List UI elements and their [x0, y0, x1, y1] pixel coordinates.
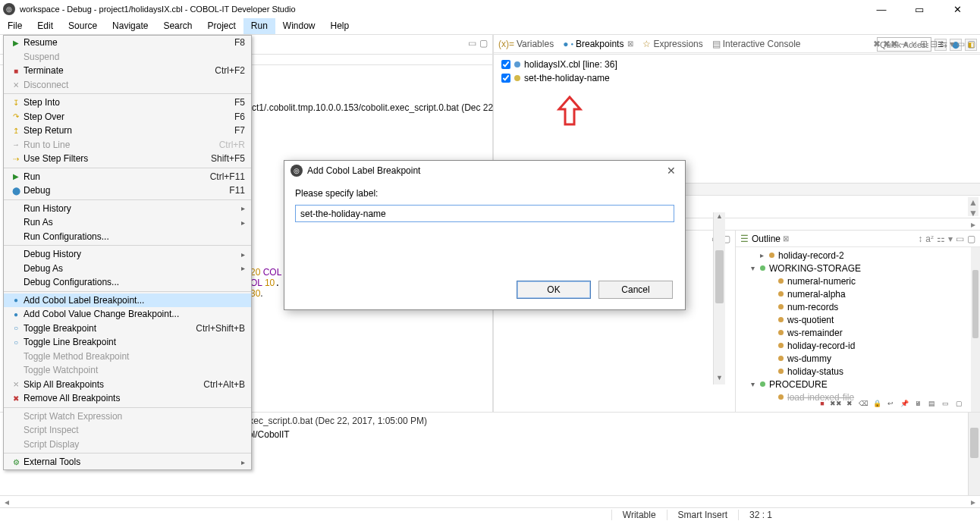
run-menu-item[interactable]: ✖Remove All Breakpoints: [4, 391, 251, 406]
status-writable: Writable: [611, 510, 667, 520]
console-remove-icon[interactable]: ✖: [843, 397, 856, 410]
outline-item[interactable]: numeral-alpha: [736, 287, 980, 300]
titlebar: ◎ workspace - Debug - project1/holidaysI…: [0, 0, 980, 18]
menu-run[interactable]: Run: [243, 18, 275, 34]
maximize-view-icon[interactable]: ▢: [479, 38, 488, 49]
bp-goto-icon[interactable]: ⇥: [900, 39, 908, 49]
menu-search[interactable]: Search: [155, 18, 199, 34]
scroll-right-icon[interactable]: ▸: [971, 219, 975, 230]
bp-removeall-icon[interactable]: ✖✖: [883, 39, 898, 49]
vertical-scrollbar[interactable]: ▲ ▼: [713, 212, 725, 384]
run-menu-item[interactable]: ↥Step ReturnF7: [4, 124, 251, 138]
outline-item[interactable]: holiday-status: [736, 365, 980, 378]
console-stop-icon[interactable]: ■: [816, 397, 828, 410]
ok-button[interactable]: OK: [517, 281, 591, 299]
bp-remove-icon[interactable]: ✖: [873, 39, 881, 49]
bp-min-icon[interactable]: ▭: [956, 39, 965, 49]
outline-item[interactable]: ws-remainder: [736, 326, 980, 339]
breakpoint-checkbox[interactable]: [501, 74, 510, 83]
breakpoint-checkbox[interactable]: [501, 60, 510, 69]
run-menu-item[interactable]: ●Add Cobol Label Breakpoint...: [4, 293, 251, 308]
bp-expand-icon[interactable]: ⊞: [920, 39, 928, 49]
breakpoint-item[interactable]: holidaysIX.cbl [line: 36]: [501, 58, 972, 71]
outline-az-icon[interactable]: aᶻ: [925, 234, 934, 244]
run-menu-item[interactable]: Run History▸: [4, 202, 251, 216]
console-pin-icon[interactable]: 📌: [898, 397, 910, 410]
console-display-icon[interactable]: 🖥: [912, 397, 924, 410]
run-menu-item[interactable]: ↧Step IntoF5: [4, 96, 251, 110]
run-menu-item[interactable]: Debug History▸: [4, 247, 251, 262]
outline-item[interactable]: holiday-record-id: [736, 339, 980, 352]
run-menu-item[interactable]: ▶ResumeF8: [4, 36, 251, 50]
run-menu-item[interactable]: Debug Configurations...: [4, 275, 251, 290]
outline-sort-icon[interactable]: ↕: [918, 234, 922, 244]
bp-skip-icon[interactable]: ⤫: [910, 39, 918, 49]
run-menu-item[interactable]: Debug As▸: [4, 262, 251, 276]
run-menu-item[interactable]: ↷Step OverF6: [4, 110, 251, 124]
outline-menu-icon[interactable]: ▾: [948, 234, 953, 244]
bp-collapse-icon[interactable]: ⊟: [930, 39, 938, 49]
run-menu-item[interactable]: ⇢Use Step FiltersShift+F5: [4, 152, 251, 166]
tab-variables[interactable]: (x)=Variables: [498, 39, 554, 49]
menu-window[interactable]: Window: [275, 18, 323, 34]
dialog-prompt: Please specify label:: [295, 188, 674, 199]
label-input[interactable]: [295, 205, 674, 222]
outline-item[interactable]: numeral-numeric: [736, 275, 980, 287]
breakpoint-item[interactable]: set-the-holiday-name: [501, 71, 972, 85]
run-menu-item[interactable]: ○Toggle Line Breakpoint: [4, 335, 251, 350]
outline-item[interactable]: ▾WORKING-STORAGE: [736, 262, 980, 275]
menu-navigate[interactable]: Navigate: [105, 18, 155, 34]
breakpoint-dot-icon: [514, 75, 520, 81]
run-menu-item[interactable]: ●Add Cobol Value Change Breakpoint...: [4, 307, 251, 322]
console-removeall-icon[interactable]: ✖✖: [830, 397, 842, 410]
bp-link-icon[interactable]: ⇆: [940, 39, 947, 49]
run-menu-item[interactable]: ⤫Skip All BreakpointsCtrl+Alt+B: [4, 378, 251, 392]
run-menu-item[interactable]: ⬤DebugF11: [4, 184, 251, 198]
tab-expressions[interactable]: ☆Expressions: [642, 39, 702, 49]
bp-menu-icon[interactable]: ▾: [950, 39, 954, 49]
close-button[interactable]: ✕: [947, 2, 968, 17]
console-clear-icon[interactable]: ⌫: [857, 397, 869, 410]
bp-max-icon[interactable]: ▢: [967, 39, 975, 49]
menu-edit[interactable]: Edit: [30, 18, 61, 34]
run-menu: ▶ResumeF8 Suspend■TerminateCtrl+F2⨯Disco…: [3, 35, 252, 470]
outline-min-icon[interactable]: ▭: [956, 234, 964, 244]
menu-help[interactable]: Help: [323, 18, 357, 34]
outline-item[interactable]: ws-quotient: [736, 313, 980, 326]
outline-item[interactable]: ▸holiday-record-2: [736, 249, 980, 262]
tab-breakpoints[interactable]: ●●Breakpoints⊠: [563, 39, 633, 49]
dialog-close-button[interactable]: ✕: [664, 165, 679, 177]
console-scroll-lock-icon[interactable]: 🔒: [871, 397, 883, 410]
outline-item[interactable]: ws-dummy: [736, 352, 980, 365]
window-title: workspace - Debug - project1/holidaysIX.…: [20, 5, 296, 14]
outline-filter-icon[interactable]: ⚏: [937, 234, 945, 244]
run-menu-item[interactable]: Run Configurations...: [4, 230, 251, 244]
console-wrap-icon[interactable]: ↩: [884, 397, 897, 410]
run-menu-item[interactable]: ⚙External Tools▸: [4, 455, 251, 469]
status-insert-mode: Smart Insert: [667, 510, 738, 520]
menu-file[interactable]: File: [0, 18, 30, 34]
horizontal-scrollbar[interactable]: ◂▸: [0, 495, 980, 507]
run-menu-item[interactable]: Run As▸: [4, 215, 251, 230]
menu-project[interactable]: Project: [199, 18, 243, 34]
run-menu-item: Script Display: [4, 438, 251, 452]
vertical-scrollbar[interactable]: [968, 413, 980, 495]
outline-item[interactable]: ▾PROCEDURE: [736, 378, 980, 391]
console-max-icon[interactable]: ▢: [953, 397, 965, 410]
outline-max-icon[interactable]: ▢: [967, 234, 975, 244]
run-menu-item[interactable]: ○Toggle BreakpointCtrl+Shift+B: [4, 322, 251, 336]
editor-text-fragment: ct1/.cobolit.tmp.10.0.0.153/cobolit.exec…: [252, 102, 493, 113]
tab-interactive-console[interactable]: ▤Interactive Console: [712, 39, 801, 49]
run-menu-item[interactable]: ■TerminateCtrl+F2: [4, 64, 251, 78]
run-menu-item[interactable]: ▶RunCtrl+F11: [4, 170, 251, 184]
minimize-view-icon[interactable]: ▭: [468, 38, 476, 49]
outline-item[interactable]: num-records: [736, 300, 980, 313]
maximize-button[interactable]: ▭: [909, 2, 930, 17]
console-min-icon[interactable]: ▭: [939, 397, 951, 410]
console-open-icon[interactable]: ▤: [925, 397, 938, 410]
debug-tabs: (x)=Variables ●●Breakpoints⊠ ☆Expression…: [494, 35, 980, 53]
menu-source[interactable]: Source: [61, 18, 105, 34]
minimize-button[interactable]: —: [871, 2, 892, 17]
run-menu-item: ⨯Disconnect: [4, 78, 251, 93]
cancel-button[interactable]: Cancel: [598, 281, 673, 299]
